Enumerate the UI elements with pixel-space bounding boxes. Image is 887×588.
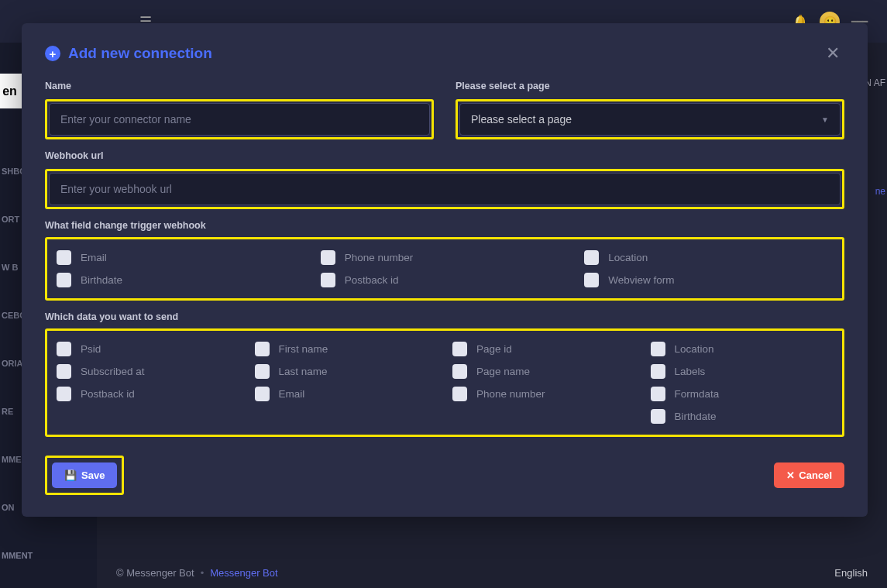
checkbox[interactable] bbox=[57, 273, 71, 287]
save-icon: 💾 bbox=[64, 469, 77, 481]
checkbox-label: First name bbox=[279, 343, 328, 355]
sidebar-item[interactable]: MMENT bbox=[0, 531, 97, 579]
save-button-highlight: 💾 Save bbox=[45, 456, 124, 495]
checkbox-item: Location bbox=[584, 250, 833, 265]
checkbox-item: Last name bbox=[255, 364, 438, 379]
footer: © Messenger Bot • Messenger Bot English bbox=[97, 557, 887, 588]
webhook-input-highlight bbox=[45, 169, 844, 209]
checkbox[interactable] bbox=[321, 273, 335, 287]
checkbox[interactable] bbox=[584, 250, 599, 265]
checkbox-item: Email bbox=[255, 387, 438, 401]
footer-language[interactable]: English bbox=[834, 567, 868, 579]
footer-copyright: © Messenger Bot bbox=[116, 567, 194, 579]
send-fields-group: PsidFirst namePage idLocationSubscribed … bbox=[45, 328, 844, 437]
checkbox[interactable] bbox=[651, 364, 665, 379]
checkbox-label: Postback id bbox=[81, 388, 135, 400]
checkbox-item: Formdata bbox=[651, 387, 834, 401]
checkbox-label: Psid bbox=[81, 343, 101, 355]
checkbox-item: Email bbox=[57, 250, 305, 265]
checkbox-item: Birthdate bbox=[57, 273, 305, 287]
cancel-icon: ✕ bbox=[786, 469, 795, 481]
checkbox[interactable] bbox=[584, 273, 599, 287]
checkbox-label: Email bbox=[81, 252, 107, 263]
checkbox-item: Postback id bbox=[57, 387, 239, 401]
checkbox-label: Labels bbox=[675, 366, 706, 377]
checkbox-label: Page id bbox=[476, 343, 512, 355]
send-section-label: Which data you want to send bbox=[45, 311, 844, 322]
page-select-highlight: Please select a page ▼ bbox=[456, 99, 844, 139]
trigger-fields-group: EmailPhone numberLocationBirthdatePostba… bbox=[45, 237, 844, 301]
checkbox-label: Email bbox=[279, 388, 305, 400]
page-select-value: Please select a page bbox=[471, 113, 572, 126]
checkbox[interactable] bbox=[57, 250, 71, 265]
webhook-url-input[interactable] bbox=[49, 173, 841, 205]
checkbox-label: Birthdate bbox=[675, 411, 717, 422]
checkbox[interactable] bbox=[57, 364, 71, 379]
close-button[interactable]: ✕ bbox=[821, 42, 844, 65]
chevron-down-icon: ▼ bbox=[821, 115, 829, 124]
webhook-label: Webhook url bbox=[45, 150, 844, 161]
checkbox-item: Birthdate bbox=[651, 409, 834, 424]
checkbox-label: Page name bbox=[476, 366, 530, 377]
name-input-highlight bbox=[45, 99, 434, 139]
checkbox-item: Page name bbox=[452, 364, 635, 379]
trigger-section-label: What field change trigger webhook bbox=[45, 220, 844, 231]
bg-stub: ne bbox=[875, 186, 885, 197]
checkbox[interactable] bbox=[321, 250, 335, 265]
checkbox-label: Birthdate bbox=[81, 274, 122, 286]
checkbox-item: Postback id bbox=[321, 273, 569, 287]
checkbox-label: Phone number bbox=[476, 388, 545, 400]
checkbox-label: Location bbox=[675, 343, 714, 355]
checkbox-item: Location bbox=[651, 342, 834, 356]
checkbox-item: First name bbox=[255, 342, 438, 356]
checkbox[interactable] bbox=[651, 387, 665, 401]
checkbox-item: Page id bbox=[452, 342, 635, 356]
checkbox-label: Formdata bbox=[675, 388, 720, 400]
modal-title-text: Add new connection bbox=[68, 45, 212, 62]
bg-stub: N AF bbox=[865, 77, 885, 88]
checkbox[interactable] bbox=[255, 364, 270, 379]
modal-title: + Add new connection bbox=[45, 45, 212, 62]
checkbox-label: Location bbox=[608, 252, 648, 263]
checkbox-label: Last name bbox=[279, 366, 328, 377]
checkbox-label: Subscribed at bbox=[81, 366, 145, 377]
checkbox[interactable] bbox=[255, 387, 270, 401]
footer-link[interactable]: Messenger Bot bbox=[210, 567, 277, 579]
checkbox-item: Phone number bbox=[321, 250, 569, 265]
checkbox-item: Webview form bbox=[584, 273, 833, 287]
checkbox[interactable] bbox=[57, 342, 71, 356]
add-connection-modal: + Add new connection ✕ Name Please selec… bbox=[22, 23, 868, 517]
checkbox[interactable] bbox=[452, 364, 467, 379]
save-button-label: Save bbox=[81, 469, 105, 481]
plus-circle-icon: + bbox=[45, 46, 60, 61]
checkbox-item: Labels bbox=[651, 364, 834, 379]
checkbox-item: Subscribed at bbox=[57, 364, 239, 379]
checkbox-label: Phone number bbox=[345, 252, 414, 263]
checkbox[interactable] bbox=[255, 342, 270, 356]
page-label: Please select a page bbox=[456, 81, 844, 91]
checkbox[interactable] bbox=[651, 342, 665, 356]
checkbox[interactable] bbox=[452, 342, 467, 356]
checkbox-item: Phone number bbox=[452, 387, 635, 401]
checkbox[interactable] bbox=[651, 409, 665, 424]
cancel-button[interactable]: ✕ Cancel bbox=[774, 462, 844, 488]
connector-name-input[interactable] bbox=[49, 103, 430, 136]
cancel-button-label: Cancel bbox=[799, 469, 832, 481]
checkbox[interactable] bbox=[57, 387, 71, 401]
save-button[interactable]: 💾 Save bbox=[52, 462, 117, 488]
checkbox[interactable] bbox=[452, 387, 467, 401]
page-select[interactable]: Please select a page ▼ bbox=[459, 103, 841, 136]
checkbox-label: Postback id bbox=[345, 274, 399, 286]
checkbox-label: Webview form bbox=[608, 274, 674, 286]
name-label: Name bbox=[45, 81, 434, 91]
close-icon: ✕ bbox=[826, 43, 840, 64]
checkbox-item: Psid bbox=[57, 342, 239, 356]
